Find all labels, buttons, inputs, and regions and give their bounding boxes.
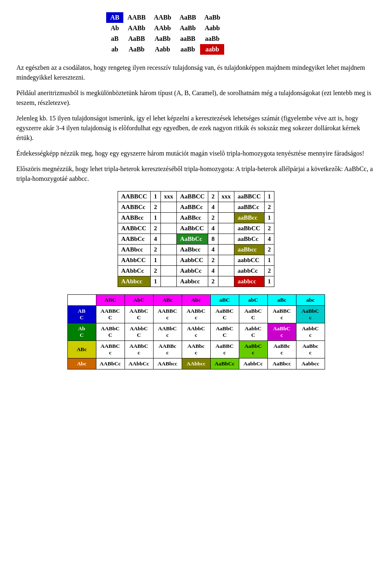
col-header-aBc: aBc	[267, 295, 296, 306]
table-row: AABBCC 1 xxx AaBBCC 2 xxx aaBBCC 1	[118, 191, 274, 202]
table-row: AABbcc 2 AaBbcc 4 aaBbcc 2	[118, 245, 274, 255]
paragraph-1: Az egészben az a csodálatos, hogy renget…	[16, 63, 376, 82]
col-header-AbC: AbC	[125, 295, 153, 306]
row-header-Abc: Abc	[67, 358, 96, 369]
col-header-ABC: ABC	[96, 295, 125, 306]
top-punnett-table: AB AABB AABb AaBB AaBb Ab AABb AAbb AaBb…	[106, 12, 224, 55]
row-header-AbC: AbC	[67, 323, 96, 341]
top-rowlabel-ab: ab	[106, 44, 123, 55]
table-row: ABc AABBCc AABbCc AABBcc AABbcc AaBBCc A…	[67, 341, 325, 358]
top-cell-AABB: AABB	[123, 12, 149, 23]
table-row: AABbCc 4 AaBbCc 8 aaBbCc 4	[118, 234, 274, 245]
table-row: AAbbCC 1 AabbCC 2 aabbCC 1	[118, 255, 274, 266]
table-row: Abc AABbCc AAbbCc AABbcc AAbbcc AaBbCc A…	[67, 358, 325, 369]
col-header-aBC: aBC	[210, 295, 239, 306]
top-rowlabel-Ab: Ab	[106, 23, 123, 33]
table-row: AABBCc 2 AaBBCc 4 aaBBCc 2	[118, 202, 274, 213]
paragraph-2: Például aneritrizmusból is megkülönbözte…	[16, 88, 376, 108]
table-row: AbC AABbCC AAbbCC AABbCc AAbbCc AaBbCC A…	[67, 323, 325, 341]
row-header-ABC: ABC	[67, 306, 96, 323]
paragraph-5: Elõszöris megnézzük, hogy lehet tripla-h…	[16, 164, 376, 184]
col-header-ABc: ABc	[153, 295, 182, 306]
col-header-Abc: Abc	[182, 295, 210, 306]
paragraph-4: Érdekességképp nézzük meg, hogy egy egys…	[16, 149, 376, 158]
paragraph-3: Jelenleg kb. 15 ilyen tulajdonságot isme…	[16, 113, 376, 143]
table-row: AAbbcc 1 Aabbcc 2 aabbcc 1	[118, 276, 274, 287]
abc-olive-cell: AAbbcc	[182, 358, 210, 369]
top-cell-aabb-red: aabb	[200, 44, 224, 55]
table-row: AAbbCc 2 AabbCc 4 aabbCc 2	[118, 266, 274, 276]
row-header-ABc: ABc	[67, 341, 96, 358]
table-row: AABBcc 1 AaBBcc 2 aaBBcc 1	[118, 213, 274, 223]
corner-cell	[67, 295, 96, 306]
top-rowlabel-aB: aB	[106, 33, 123, 44]
table-row: AABbCC 2 AaBbCC 4 aaBbCC 2	[118, 223, 274, 234]
col-header-abC: abC	[239, 295, 267, 306]
top-cell-AB: AB	[106, 12, 123, 23]
top-cell-AABb: AABb	[150, 12, 176, 23]
big-punnett-table: ABC AbC ABc Abc aBC abC aBc abc ABC AABB…	[67, 294, 325, 369]
top-cell-AaBB: AaBB	[175, 12, 200, 23]
triple-cross-table: AABBCC 1 xxx AaBBCC 2 xxx aaBBCC 1 AABBC…	[118, 191, 275, 287]
col-header-abc: abc	[296, 295, 325, 306]
table-row: ABC AABBCC AABbCC AABBCc AABbCc AaBBCC A…	[67, 306, 325, 323]
top-cell-AaBb: AaBb	[200, 12, 224, 23]
